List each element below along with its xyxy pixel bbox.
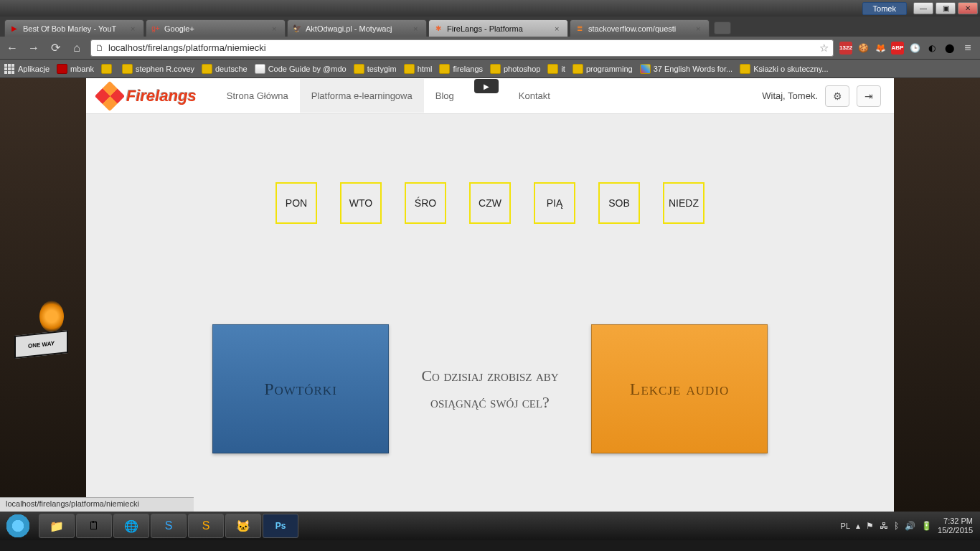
nav-home[interactable]: Strona Główna (215, 79, 300, 113)
home-button[interactable]: ⌂ (69, 42, 85, 55)
taskbar-github[interactable]: 🐱 (225, 514, 261, 538)
page-content: Firelangs Strona Główna Platforma e-lear… (86, 78, 894, 512)
folder-icon (354, 64, 364, 74)
tab-label: Google+ (164, 24, 268, 33)
weekday-cell[interactable]: NIEDZ (663, 182, 705, 224)
window-minimize-button[interactable]: — (913, 2, 933, 14)
logo-text: Firelangs (126, 87, 197, 105)
nav-platform[interactable]: Platforma e-learningowa (300, 79, 424, 113)
window-maximize-button[interactable]: ▣ (936, 2, 956, 14)
weekday-cell[interactable]: CZW (469, 182, 511, 224)
bookmark-item[interactable]: mbank (57, 64, 94, 74)
bookmark-item[interactable]: it (547, 64, 565, 74)
extension-icons: 1322 🍪 🦊 ABP 🕒 ◐ ⬤ ≡ (839, 42, 976, 55)
adblock-icon[interactable]: ABP (891, 42, 904, 55)
chrome-menu-button[interactable]: ≡ (960, 42, 976, 55)
address-bar[interactable]: 🗋 ☆ (90, 39, 834, 57)
back-button[interactable]: ← (4, 42, 20, 55)
bookmark-label: it (561, 65, 565, 73)
tab-favicon: ▶ (9, 24, 19, 34)
card-lekcje-audio[interactable]: Lekcje audio (591, 324, 768, 453)
taskbar-photoshop[interactable]: Ps (263, 514, 298, 538)
bookmark-item[interactable]: html (404, 64, 433, 74)
folder-icon (740, 64, 750, 74)
bookmark-item[interactable]: 37 English Words for... (640, 64, 732, 74)
windows-user-badge: Tomek (862, 2, 907, 15)
weekday-cell[interactable]: ŚRO (405, 182, 446, 224)
bookmark-star-icon[interactable]: ☆ (819, 42, 829, 55)
tab-close-icon[interactable]: × (131, 24, 139, 33)
nav-contact[interactable]: Kontakt (507, 79, 562, 113)
tab-favicon: ✱ (433, 24, 443, 34)
taskbar-explorer[interactable]: 📁 (39, 514, 75, 538)
browser-tab[interactable]: ▶Best Of Bob Marley - YouT× (4, 19, 144, 37)
bookmark-item[interactable]: deutsche (202, 64, 248, 74)
tray-battery-icon[interactable]: 🔋 (921, 521, 932, 531)
start-button[interactable] (3, 514, 33, 538)
browser-tab[interactable]: ✱FireLangs - Platforma× (428, 19, 568, 37)
tray-flag-icon[interactable]: ⚑ (866, 521, 874, 531)
bookmark-item[interactable]: programming (573, 64, 633, 74)
tray-volume-icon[interactable]: 🔊 (905, 521, 915, 531)
extension-icon[interactable]: ◐ (925, 42, 938, 55)
weekday-cell[interactable]: WTO (340, 182, 382, 224)
bookmark-item[interactable]: Code Guide by @mdo (255, 64, 347, 74)
bookmark-item[interactable]: firelangs (439, 64, 483, 74)
weekday-cell[interactable]: PON (275, 182, 317, 224)
browser-tab[interactable]: ≣stackoverflow.com/questi× (570, 19, 710, 37)
window-close-button[interactable]: ✕ (958, 2, 978, 14)
bookmark-item[interactable]: photoshop (490, 64, 540, 74)
bookmark-item[interactable] (101, 64, 115, 74)
tab-close-icon[interactable]: × (413, 24, 422, 33)
bookmark-label: programming (586, 65, 633, 73)
tray-clock[interactable]: 7:32 PM 15/2/2015 (938, 517, 973, 534)
gear-icon: ⚙ (833, 90, 842, 102)
folder-icon (573, 64, 583, 74)
tray-network-icon[interactable]: 🖧 (880, 521, 888, 531)
extension-icon[interactable]: ⬤ (943, 42, 956, 55)
motivational-question: Co dzisiaj zrobisz aby osiągnąć swój cel… (415, 362, 565, 416)
card-powtorki[interactable]: Powtórki (212, 324, 389, 453)
bookmark-item[interactable]: Ksiazki o skuteczny... (740, 64, 828, 74)
bookmarks-apps[interactable]: Aplikacje (4, 64, 50, 74)
site-logo[interactable]: Firelangs (99, 85, 197, 107)
greeting-text: Witaj, Tomek. (762, 90, 818, 101)
tab-close-icon[interactable]: × (272, 24, 281, 33)
weekday-row: PONWTOŚROCZWPIĄSOBNIEDZ (86, 182, 894, 224)
tab-label: FireLangs - Platforma (447, 24, 551, 33)
extension-icon[interactable]: 🦊 (874, 42, 887, 55)
weekday-cell[interactable]: SOB (598, 182, 640, 224)
extension-icon[interactable]: 🍪 (857, 42, 870, 55)
youtube-icon[interactable]: ▶ (474, 79, 499, 93)
browser-tab[interactable]: 🦅AktOdwagi.pl - Motywacj× (287, 19, 427, 37)
tab-close-icon[interactable]: × (696, 24, 705, 33)
tab-label: Best Of Bob Marley - YouT (23, 24, 127, 33)
reload-button[interactable]: ⟳ (47, 41, 63, 55)
browser-tab[interactable]: g+Google+× (146, 19, 286, 37)
nav-blog[interactable]: Blog (424, 79, 466, 113)
tab-close-icon[interactable]: × (555, 24, 563, 33)
extension-icon[interactable]: 🕒 (908, 42, 921, 55)
weekday-cell[interactable]: PIĄ (534, 182, 575, 224)
bookmark-label: testygim (367, 65, 397, 73)
tray-bluetooth-icon[interactable]: ᛒ (894, 521, 899, 531)
folder-icon (255, 64, 265, 74)
taskbar-skype[interactable]: S (151, 514, 187, 538)
settings-button[interactable]: ⚙ (825, 85, 849, 107)
new-tab-button[interactable] (714, 22, 731, 34)
extension-badge-counter[interactable]: 1322 (839, 42, 852, 55)
bookmark-label: firelangs (453, 65, 483, 73)
page-icon: 🗋 (95, 43, 104, 53)
taskbar-chrome[interactable]: 🌐 (113, 514, 149, 538)
taskbar-sublime[interactable]: S (188, 514, 224, 538)
tray-chevron-icon[interactable]: ▴ (856, 521, 860, 531)
bookmark-item[interactable]: stephen R.covey (122, 64, 194, 74)
logout-button[interactable]: ⇥ (857, 85, 881, 107)
tray-language[interactable]: PL (841, 522, 850, 530)
tab-label: stackoverflow.com/questi (588, 24, 692, 33)
forward-button[interactable]: → (26, 42, 42, 55)
taskbar-sticky[interactable]: 🗒 (76, 514, 112, 538)
bookmark-item[interactable]: testygim (354, 64, 397, 74)
tab-favicon: ≣ (575, 24, 585, 34)
url-input[interactable] (108, 42, 815, 53)
